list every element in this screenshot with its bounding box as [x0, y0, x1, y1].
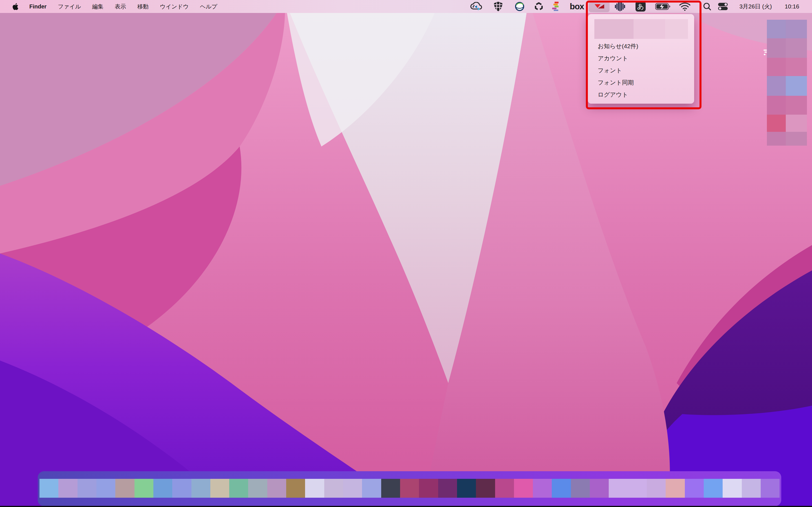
- redacted-dock-icon[interactable]: [666, 479, 684, 498]
- redacted-dock-icon[interactable]: [362, 479, 381, 498]
- menu-go[interactable]: 移動: [137, 3, 149, 10]
- redacted-dock-icon[interactable]: [135, 479, 153, 498]
- redacted-pixel-cell: [786, 20, 807, 38]
- redacted-desktop-icon[interactable]: [767, 132, 807, 146]
- menu-item-font-sync[interactable]: フォント同期: [588, 76, 694, 89]
- redacted-dock-icon[interactable]: [628, 479, 647, 498]
- redacted-dock-icon[interactable]: [438, 479, 457, 498]
- ime-japanese-icon[interactable]: あ: [636, 0, 646, 13]
- menu-item-logout[interactable]: ログアウト: [588, 89, 694, 101]
- redacted-pixel-cell: [767, 38, 786, 58]
- menu-file[interactable]: ファイル: [58, 3, 81, 10]
- box-logo-text: box: [570, 2, 584, 11]
- redacted-dock-icon[interactable]: [514, 479, 533, 498]
- redacted-desktop-icon[interactable]: [767, 20, 807, 38]
- menu-item-fonts[interactable]: フォント: [588, 64, 694, 76]
- spotlight-search-icon[interactable]: [703, 0, 712, 13]
- redacted-dock-icon[interactable]: [305, 479, 324, 498]
- redacted-dock-icon[interactable]: [590, 479, 609, 498]
- redacted-dock-icon[interactable]: [381, 479, 400, 498]
- redacted-desktop-icon[interactable]: [767, 96, 807, 115]
- creative-cloud-icon[interactable]: [470, 0, 483, 13]
- desktop-icon-fragment: [763, 48, 768, 56]
- ime-label: あ: [637, 2, 644, 11]
- redacted-dock-icon[interactable]: [476, 479, 495, 498]
- audio-bars-icon[interactable]: [615, 0, 625, 13]
- redacted-dock-icon[interactable]: [723, 479, 742, 498]
- redacted-dock-icon[interactable]: [495, 479, 514, 498]
- redacted-dock-icon[interactable]: [704, 479, 723, 498]
- menu-item-account[interactable]: アカウント: [588, 52, 694, 64]
- redacted-pixel-cell: [767, 58, 786, 76]
- redacted-dock-icon[interactable]: [58, 479, 77, 498]
- redacted-pixel-cell: [786, 115, 807, 132]
- macos-desktop: Finder ファイル 編集 表示 移動 ウインドウ ヘルプ: [0, 0, 812, 507]
- menu-edit[interactable]: 編集: [92, 3, 103, 10]
- apple-menu-icon[interactable]: [12, 3, 19, 10]
- redacted-dock-icon[interactable]: [400, 479, 419, 498]
- redacted-dock-icon[interactable]: [40, 479, 58, 498]
- redacted-dock-icon[interactable]: [115, 479, 134, 498]
- menubar-clock[interactable]: 10:16: [781, 0, 803, 13]
- menubar-date[interactable]: 3月26日 (火): [733, 0, 778, 13]
- font-service-icon[interactable]: [594, 0, 605, 13]
- redacted-dock-icons[interactable]: [40, 479, 779, 498]
- redacted-pixel-cell: [786, 76, 807, 96]
- redacted-dock-icon[interactable]: [419, 479, 438, 498]
- redacted-dock-icon[interactable]: [96, 479, 115, 498]
- security-shield-icon[interactable]: [493, 0, 503, 13]
- sync-hexagon-icon[interactable]: [534, 0, 544, 13]
- redacted-dock-icon[interactable]: [533, 479, 552, 498]
- redacted-desktop-icon[interactable]: [767, 76, 807, 96]
- dock[interactable]: [38, 471, 781, 506]
- redacted-account-header: [594, 19, 688, 39]
- control-center-icon[interactable]: [717, 0, 728, 13]
- redacted-dock-icon[interactable]: [609, 479, 627, 498]
- redacted-dock-icon[interactable]: [647, 479, 666, 498]
- redacted-dock-icon[interactable]: [457, 479, 476, 498]
- redacted-dock-icon[interactable]: [210, 479, 229, 498]
- menu-app-finder[interactable]: Finder: [29, 3, 47, 10]
- redacted-pixel-cell: [767, 115, 786, 132]
- redacted-dock-icon[interactable]: [192, 479, 210, 498]
- redacted-dock-icon[interactable]: [78, 479, 96, 498]
- redacted-dock-icon[interactable]: [229, 479, 248, 498]
- menu-bar: Finder ファイル 編集 表示 移動 ウインドウ ヘルプ: [0, 0, 812, 13]
- menu-item-notifications[interactable]: お知らせ(42件): [588, 40, 694, 52]
- redacted-pixel-cell: [786, 38, 807, 58]
- screen-bottom-edge: [0, 506, 812, 507]
- menu-window[interactable]: ウインドウ: [160, 3, 189, 10]
- redacted-dock-icon[interactable]: [172, 479, 191, 498]
- wifi-icon[interactable]: [679, 0, 691, 13]
- redacted-dock-icon[interactable]: [324, 479, 343, 498]
- redacted-pixel-cell: [767, 96, 786, 115]
- redacted-dock-icon[interactable]: [153, 479, 172, 498]
- redacted-dock-icon[interactable]: [571, 479, 590, 498]
- redacted-pixel-cell: [767, 20, 786, 38]
- redacted-desktop-icon[interactable]: [767, 38, 807, 58]
- redacted-dock-icon[interactable]: [552, 479, 571, 498]
- redacted-dock-icon[interactable]: [742, 479, 761, 498]
- redacted-desktop-icon[interactable]: [767, 115, 807, 132]
- redacted-pixel-cell: [767, 132, 786, 146]
- redacted-dock-icon[interactable]: [343, 479, 362, 498]
- anyconnect-vpn-icon[interactable]: [514, 0, 525, 13]
- redacted-desktop-icon[interactable]: [767, 58, 807, 76]
- redacted-pixel-cell: [786, 132, 807, 146]
- menu-view[interactable]: 表示: [115, 3, 126, 10]
- redacted-pixel-cell: [786, 58, 807, 76]
- redacted-dock-icon[interactable]: [685, 479, 704, 498]
- redacted-pixel-cell: [786, 96, 807, 115]
- redacted-pixel-cell: [767, 76, 786, 96]
- battery-charging-icon[interactable]: [655, 0, 671, 13]
- color-stack-icon[interactable]: [552, 0, 560, 13]
- font-service-dropdown-menu: お知らせ(42件) アカウント フォント フォント同期 ログアウト: [588, 14, 694, 104]
- redacted-dock-icon[interactable]: [267, 479, 286, 498]
- redacted-dock-icon[interactable]: [248, 479, 267, 498]
- menu-help[interactable]: ヘルプ: [200, 3, 217, 10]
- box-drive-logo[interactable]: box: [569, 0, 584, 13]
- redacted-dock-icon[interactable]: [286, 479, 305, 498]
- redacted-dock-icon[interactable]: [761, 479, 779, 498]
